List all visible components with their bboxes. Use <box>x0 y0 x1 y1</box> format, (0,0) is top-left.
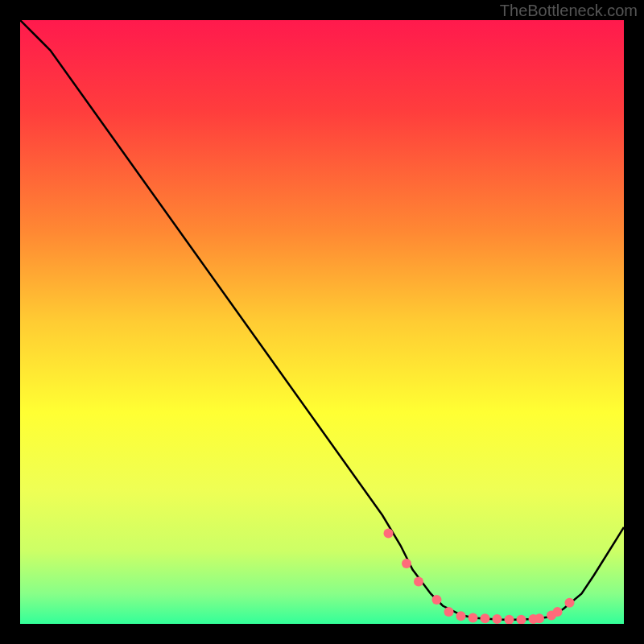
data-marker <box>481 613 490 623</box>
data-marker <box>535 613 544 623</box>
data-marker <box>553 607 563 617</box>
data-marker <box>432 595 442 605</box>
data-marker <box>414 577 423 587</box>
data-marker <box>444 607 454 617</box>
data-marker <box>456 611 466 621</box>
data-marker <box>493 614 502 624</box>
plot-area <box>20 20 624 624</box>
data-marker <box>384 529 394 539</box>
data-marker <box>469 613 478 623</box>
gradient-background <box>20 20 624 624</box>
watermark-text: TheBottleneck.com <box>500 2 638 20</box>
data-marker <box>565 598 575 608</box>
chart-container: TheBottleneck.com <box>0 0 644 644</box>
data-marker <box>402 559 411 568</box>
chart-svg <box>20 20 624 624</box>
